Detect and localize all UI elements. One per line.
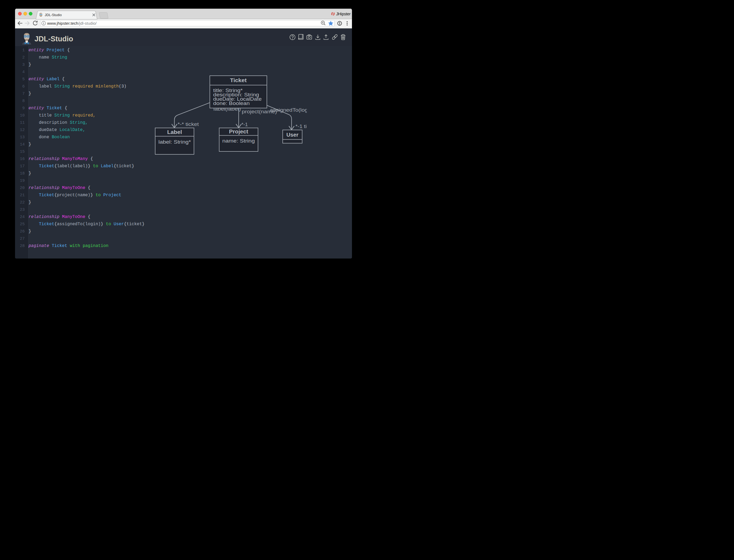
svg-text:JHipster: JHipster	[336, 12, 351, 16]
svg-text:label: String*: label: String*	[158, 139, 191, 145]
svg-text:Label: Label	[167, 129, 182, 135]
svg-text:*-* ticket: *-* ticket	[178, 121, 199, 127]
svg-text:assignedTo(login): assignedTo(login)	[270, 107, 307, 113]
svg-text:User: User	[286, 132, 299, 137]
svg-text:Ticket: Ticket	[230, 77, 247, 83]
svg-text:Project: Project	[229, 129, 248, 134]
svg-text:*-1: *-1	[242, 122, 248, 127]
svg-text:name: String: name: String	[222, 138, 255, 144]
svg-text:www.jhipster.tech/jdl-studio/: www.jhipster.tech/jdl-studio/	[47, 21, 97, 26]
svg-text:done: Boolean: done: Boolean	[213, 100, 250, 106]
svg-text:*-1 ticket: *-1 ticket	[296, 123, 307, 129]
svg-text:JDL-Studio: JDL-Studio	[45, 13, 62, 17]
